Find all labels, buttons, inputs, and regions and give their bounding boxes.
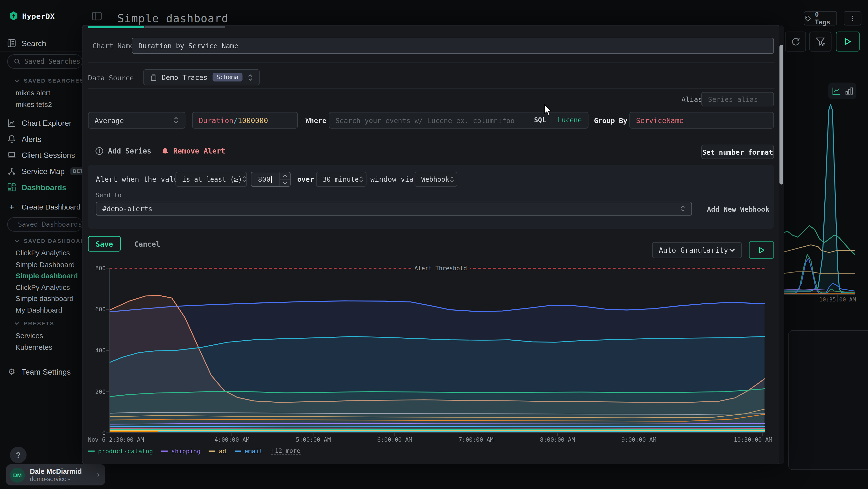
alert-channel-select[interactable]: Webhook xyxy=(415,172,457,187)
lucene-toggle[interactable]: Lucene xyxy=(558,116,582,124)
circle-plus-icon xyxy=(95,147,103,155)
remove-alert-button[interactable]: Remove Alert xyxy=(161,147,225,155)
search-icon xyxy=(14,221,14,228)
service-map-icon xyxy=(7,167,16,176)
mouse-cursor xyxy=(544,104,553,117)
chart-legend[interactable]: product-catalogshippingademail+12 more xyxy=(88,447,301,455)
dashboard-item[interactable]: ClickPy Analytics xyxy=(16,283,70,291)
legend-item[interactable]: email xyxy=(235,448,263,455)
help-button[interactable]: ? xyxy=(10,447,27,463)
dashboard-item[interactable]: My Dashboard xyxy=(16,306,62,314)
alert-condition-select[interactable]: is at least (≥) xyxy=(176,172,247,187)
legend-item[interactable]: shipping xyxy=(161,448,200,455)
alert-window-select[interactable]: 30 minute xyxy=(316,172,367,187)
data-source-select[interactable]: Demo Traces Schema xyxy=(144,69,260,85)
chevron-updown-icon xyxy=(680,205,685,212)
app-window: Simple dashboard 0 Tags ⋮ 10:35:00 AM Hy… xyxy=(0,0,868,489)
saved-dashboards-placeholder: Saved Dashboards xyxy=(18,221,82,228)
granularity-select[interactable]: Auto Granularity xyxy=(652,242,742,258)
alert-over-label: over xyxy=(297,175,314,183)
query-language-toggle[interactable]: SQL | Lucene xyxy=(534,116,582,124)
aggregation-select[interactable]: Average xyxy=(88,112,185,128)
legend-swatch xyxy=(88,451,95,452)
dashboard-item[interactable]: Simple Dashboard xyxy=(16,260,75,269)
search-page-icon xyxy=(7,39,16,48)
legend-item[interactable]: product-catalog xyxy=(88,448,153,455)
x-tick-label: 9:00:00 AM xyxy=(621,436,656,443)
legend-item[interactable]: +12 more xyxy=(271,447,301,455)
dashboard-item[interactable]: ClickPy Analytics xyxy=(16,249,70,257)
filter-button[interactable] xyxy=(809,32,832,52)
saved-searches-input[interactable]: Saved Searches xyxy=(7,54,83,69)
dashboard-menu-button[interactable]: ⋮ xyxy=(844,11,861,26)
saved-searches-header[interactable]: SAVED SEARCHES xyxy=(14,78,84,84)
presets-header[interactable]: PRESETS xyxy=(14,320,55,326)
divider xyxy=(88,88,774,89)
stepper-down-icon[interactable] xyxy=(279,179,290,186)
modal-scroll-track-horizontal[interactable] xyxy=(145,26,225,28)
where-placeholder: Search your events w/ Lucene ex. column:… xyxy=(335,116,515,124)
refresh-icon xyxy=(791,37,800,46)
line-chart-icon[interactable] xyxy=(832,87,841,95)
chevron-updown-icon xyxy=(449,176,454,183)
alias-input[interactable]: Series alias xyxy=(702,92,774,107)
modal-scroll-thumb-horizontal[interactable] xyxy=(88,26,145,28)
run-query-background-button[interactable] xyxy=(836,32,860,52)
y-tick-label: 0 xyxy=(86,429,106,436)
help-icon: ? xyxy=(16,451,21,460)
laptop-icon xyxy=(7,151,16,160)
add-new-webhook-button[interactable]: Add New Webhook xyxy=(707,205,769,213)
user-menu[interactable]: DM Dale McDiarmid demo-service - › xyxy=(6,464,105,485)
saved-dashboards-input[interactable]: Saved Dashboards xyxy=(7,217,83,232)
bell-alert-icon xyxy=(161,147,169,155)
saved-search-item[interactable]: mikes alert xyxy=(16,89,50,97)
field-expression-input[interactable]: Duration/1000000 xyxy=(192,112,298,128)
page-title: Simple dashboard xyxy=(117,11,228,25)
set-number-format-button[interactable]: Set number format xyxy=(702,145,774,159)
x-tick-label: 4:00:00 AM xyxy=(214,436,249,443)
alert-suffix: window via xyxy=(370,175,414,183)
brand-name: HyperDX xyxy=(22,11,55,20)
sidebar-collapse-button[interactable] xyxy=(91,10,103,22)
send-to-label: Send to xyxy=(96,192,121,199)
search-icon xyxy=(14,58,21,65)
group-by-label: Group By xyxy=(594,116,627,124)
refresh-button[interactable] xyxy=(785,32,806,52)
chevron-updown-icon xyxy=(247,74,253,81)
hyperdx-logo-icon xyxy=(9,11,18,21)
alert-threshold-input[interactable]: 800 xyxy=(251,172,290,187)
user-subtitle: demo-service - xyxy=(30,475,82,483)
play-icon xyxy=(758,247,765,254)
send-to-select[interactable]: #demo-alerts xyxy=(96,202,692,215)
save-button[interactable]: Save xyxy=(88,236,121,252)
bar-chart-icon[interactable] xyxy=(845,87,853,95)
tags-button[interactable]: 0 Tags xyxy=(804,11,837,26)
legend-item[interactable]: ad xyxy=(209,448,226,455)
modal-scrollbar[interactable] xyxy=(779,26,784,464)
chart-name-input[interactable]: Duration by Service Name xyxy=(132,38,774,54)
modal-scroll-thumb[interactable] xyxy=(779,45,783,185)
run-chart-button[interactable] xyxy=(749,241,774,259)
group-by-input[interactable]: ServiceName xyxy=(629,112,774,128)
edit-chart-modal: Chart Name Duration by Service Name Data… xyxy=(82,25,780,464)
chevron-down-icon xyxy=(14,79,20,82)
cancel-button[interactable]: Cancel xyxy=(128,236,166,252)
stepper-up-icon[interactable] xyxy=(279,172,290,179)
play-icon xyxy=(844,38,851,46)
preset-item[interactable]: Services xyxy=(16,332,43,340)
brand[interactable]: HyperDX xyxy=(9,11,55,21)
main-chart[interactable] xyxy=(110,261,765,433)
chart-type-toggle[interactable] xyxy=(828,83,857,99)
dashboard-item-active[interactable]: Simple dashboard xyxy=(16,271,78,280)
number-stepper[interactable] xyxy=(279,172,290,186)
dashboard-item[interactable]: Simple dashboard xyxy=(16,294,73,303)
alert-threshold-label: Alert Threshold xyxy=(411,265,470,271)
user-name: Dale McDiarmid xyxy=(30,467,82,475)
background-chart xyxy=(782,97,855,295)
legend-label: +12 more xyxy=(271,447,301,455)
add-series-button[interactable]: Add Series xyxy=(95,147,151,155)
sql-toggle[interactable]: SQL xyxy=(534,116,546,124)
saved-search-item[interactable]: mikes tets2 xyxy=(16,100,52,109)
saved-searches-placeholder: Saved Searches xyxy=(24,58,80,65)
preset-item[interactable]: Kubernetes xyxy=(16,343,52,351)
